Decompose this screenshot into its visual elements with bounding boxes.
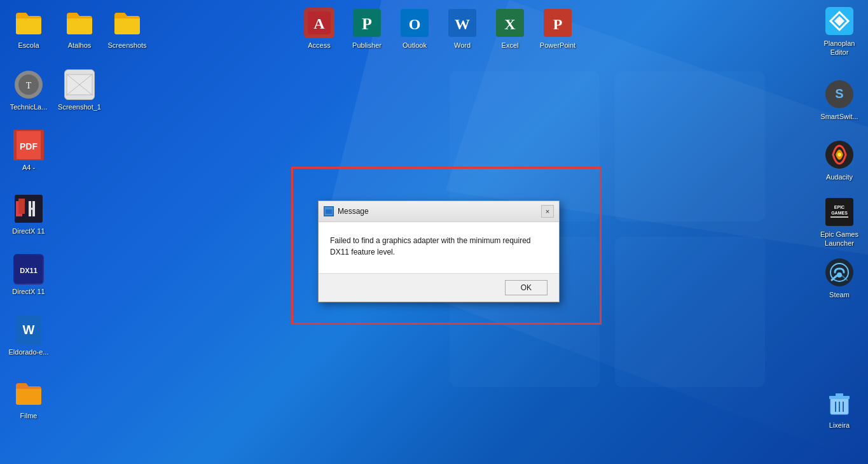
excel-icon: X xyxy=(495,8,525,38)
svg-text:EPIC: EPIC xyxy=(834,205,844,209)
svg-text:W: W xyxy=(455,16,470,32)
screenshots-folder-icon xyxy=(112,8,142,38)
dialog-title-icon xyxy=(324,206,334,216)
desktop-icon-atalhos[interactable]: Atalhos xyxy=(54,5,105,52)
svg-text:O: O xyxy=(409,16,421,32)
svg-point-44 xyxy=(837,153,841,157)
desktop-icon-access[interactable]: A Access xyxy=(294,5,345,52)
outlook-label: Outlook xyxy=(403,41,427,50)
desktop-icon-audacity[interactable]: Audacity xyxy=(814,137,865,184)
message-dialog: Message × Failed to find a graphics adap… xyxy=(318,200,560,302)
desktop-icon-planoplan[interactable]: Planoplan Editor xyxy=(814,3,865,60)
lixeira-icon xyxy=(824,388,855,418)
svg-text:P: P xyxy=(362,15,372,33)
screenshot1-icon xyxy=(64,69,95,100)
svg-text:S: S xyxy=(835,87,843,101)
outlook-icon: O xyxy=(399,8,430,38)
filme-folder-icon xyxy=(13,378,44,409)
smartswit-label: SmartSwit... xyxy=(820,112,858,121)
dialog-titlebar: Message × xyxy=(319,201,559,222)
eldorado-label: Eldorado-e... xyxy=(9,348,49,356)
lixeira-label: Lixeira xyxy=(829,421,850,430)
filme-label: Filme xyxy=(20,411,38,420)
smartswit-icon: S xyxy=(824,79,855,109)
access-icon: A xyxy=(304,8,334,38)
dialog-footer: OK xyxy=(319,273,559,302)
dialog-close-button[interactable]: × xyxy=(541,205,554,218)
dialog-message-text: Failed to find a graphics adapter with t… xyxy=(330,235,548,258)
steam-label: Steam xyxy=(829,290,850,299)
eldorado-icon: W xyxy=(13,314,44,345)
directx11b-label: DirectX 11 xyxy=(12,287,45,296)
a4-label: A4 - xyxy=(22,163,35,172)
epicgames-icon: EPIC GAMES xyxy=(824,197,855,227)
svg-text:PDF: PDF xyxy=(20,141,38,151)
dialog-body: Failed to find a graphics adapter with t… xyxy=(319,222,559,273)
desktop-icon-filme[interactable]: Filme xyxy=(3,376,54,423)
svg-text:T: T xyxy=(26,81,32,90)
access-label: Access xyxy=(308,41,330,50)
word-label: Word xyxy=(454,41,471,50)
directx11b-icon: DX11 xyxy=(13,254,44,285)
dialog-title-text: Message xyxy=(338,207,369,216)
desktop-icon-word[interactable]: W Word xyxy=(437,5,488,52)
a4-pdf-icon: PDF xyxy=(13,130,44,160)
desktop-icon-powerpoint[interactable]: P PowerPoint xyxy=(532,5,583,52)
atalhos-label: Atalhos xyxy=(68,41,92,50)
svg-text:P: P xyxy=(553,16,563,32)
excel-label: Excel xyxy=(502,41,519,50)
desktop-icon-screenshot1[interactable]: Screenshot_1 xyxy=(54,67,105,114)
atalhos-folder-icon xyxy=(64,8,95,38)
desktop-icon-a4[interactable]: PDF A4 - xyxy=(3,127,54,174)
directx11a-label: DirectX 11 xyxy=(12,227,45,236)
desktop-icon-directx11b[interactable]: DX11 DirectX 11 xyxy=(3,251,54,299)
svg-rect-59 xyxy=(326,209,332,214)
technicla-label: TechnicLa... xyxy=(10,102,48,111)
dialog-title-area: Message xyxy=(324,206,369,216)
svg-text:W: W xyxy=(23,323,35,337)
desktop-icon-screenshots[interactable]: Screenshots xyxy=(102,5,153,52)
svg-point-51 xyxy=(837,272,842,278)
svg-rect-54 xyxy=(836,393,843,397)
screenshots-label: Screenshots xyxy=(107,41,146,50)
desktop-icon-directx11a[interactable]: DirectX 11 xyxy=(3,191,54,238)
publisher-icon: P xyxy=(352,8,382,38)
desktop-icon-smartswit[interactable]: S SmartSwit... xyxy=(814,76,865,123)
directx11a-icon xyxy=(13,193,44,224)
desktop-icon-escola[interactable]: Escola xyxy=(3,5,54,52)
publisher-label: Publisher xyxy=(352,41,382,50)
audacity-label: Audacity xyxy=(826,172,853,181)
powerpoint-icon: P xyxy=(542,8,573,38)
planoplan-icon xyxy=(824,6,855,36)
dialog-ok-button[interactable]: OK xyxy=(505,280,548,295)
desktop-icon-technicla[interactable]: T TechnicLa... xyxy=(3,67,54,114)
escola-label: Escola xyxy=(18,41,39,50)
desktop-icon-excel[interactable]: X Excel xyxy=(485,5,535,52)
desktop-icon-eldorado[interactable]: W Eldorado-e... xyxy=(3,312,54,359)
svg-text:X: X xyxy=(504,16,516,32)
audacity-icon xyxy=(824,139,855,170)
desktop-icon-lixeira[interactable]: Lixeira xyxy=(814,385,865,432)
svg-text:DX11: DX11 xyxy=(20,267,38,274)
planoplan-label: Planoplan Editor xyxy=(816,39,862,57)
desktop-icon-publisher[interactable]: P Publisher xyxy=(341,5,392,52)
svg-text:GAMES: GAMES xyxy=(831,211,848,215)
svg-rect-30 xyxy=(18,199,25,214)
screenshot1-label: Screenshot_1 xyxy=(58,102,101,111)
desktop-icon-outlook[interactable]: O Outlook xyxy=(389,5,440,52)
escola-folder-icon xyxy=(13,8,44,38)
steam-icon xyxy=(824,257,855,288)
desktop-icon-epicgames[interactable]: EPIC GAMES Epic Games Launcher xyxy=(814,194,865,251)
svg-text:A: A xyxy=(313,15,325,32)
desktop-icon-steam[interactable]: Steam xyxy=(814,255,865,302)
powerpoint-label: PowerPoint xyxy=(540,41,575,50)
epicgames-label: Epic Games Launcher xyxy=(816,230,862,248)
technicla-icon: T xyxy=(13,69,44,100)
word-icon: W xyxy=(447,8,478,38)
